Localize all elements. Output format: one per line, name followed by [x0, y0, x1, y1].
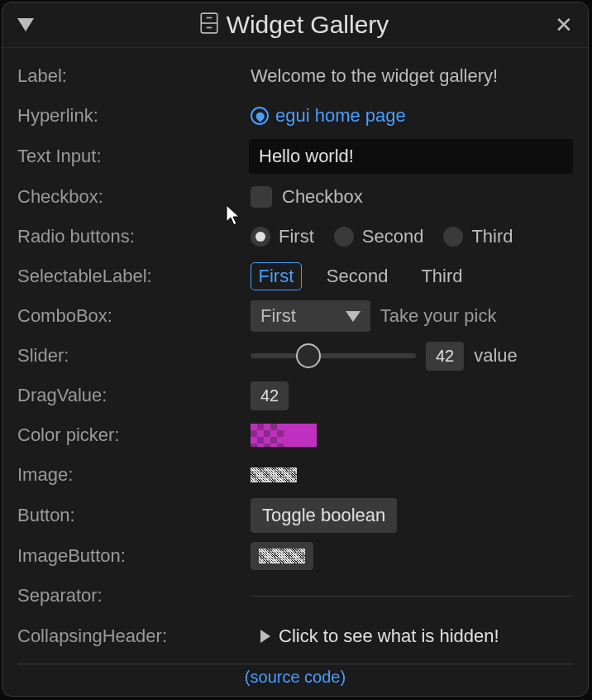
- footer-separator: [17, 664, 573, 664]
- radio-label: Second: [362, 226, 424, 247]
- window-title: Widget Gallery: [227, 11, 389, 39]
- row-collapsing: CollapsingHeader: Click to see what is h…: [17, 616, 573, 657]
- row-radio: Radio buttons: First Second Third: [17, 217, 573, 257]
- selectable-first[interactable]: First: [251, 262, 302, 290]
- checkbox-label: Checkbox: [282, 186, 363, 208]
- hyperlink-text: egui home page: [275, 105, 406, 127]
- combo-value: First: [260, 305, 296, 327]
- image-button-icon: [259, 549, 305, 563]
- combo-hint: Take your pick: [380, 305, 497, 327]
- row-image: Image:: [17, 455, 573, 495]
- image-preview: [251, 467, 297, 482]
- image-button-caption: ImageButton:: [17, 545, 251, 567]
- slider[interactable]: [251, 353, 416, 358]
- slider-thumb-icon[interactable]: [296, 343, 321, 368]
- radio-first[interactable]: First: [251, 226, 314, 247]
- checkbox[interactable]: Checkbox: [251, 186, 363, 208]
- hyperlink[interactable]: egui home page: [251, 105, 406, 127]
- collapsing-header[interactable]: Click to see what is hidden!: [251, 619, 573, 654]
- label-caption: Label:: [17, 65, 251, 87]
- label-value: Welcome to the widget gallery!: [251, 65, 498, 87]
- radio-dot-icon: [334, 227, 354, 247]
- radio-third[interactable]: Third: [443, 226, 513, 247]
- button-caption: Button:: [17, 505, 251, 526]
- collapse-triangle-icon[interactable]: [17, 18, 34, 31]
- image-button[interactable]: [251, 542, 313, 570]
- drag-caption: DragValue:: [17, 385, 251, 406]
- selectable-second[interactable]: Second: [318, 262, 397, 290]
- image-caption: Image:: [17, 464, 251, 486]
- widget-gallery-window: Widget Gallery ✕ Label: Welcome to the w…: [2, 2, 589, 697]
- row-hyperlink: Hyperlink: egui home page: [17, 96, 573, 136]
- toggle-button[interactable]: Toggle boolean: [251, 498, 397, 533]
- row-color: Color picker:: [17, 415, 573, 455]
- color-picker[interactable]: [251, 424, 317, 447]
- slider-value[interactable]: 42: [426, 342, 464, 371]
- triangle-right-icon: [260, 630, 270, 643]
- titlebar: Widget Gallery ✕: [2, 2, 588, 48]
- separator-caption: Separator:: [17, 585, 251, 607]
- selectable-caption: SelectableLabel:: [17, 266, 251, 287]
- row-slider: Slider: 42 value: [17, 336, 573, 376]
- row-image-button: ImageButton:: [17, 536, 573, 576]
- drag-value[interactable]: 42: [251, 381, 289, 410]
- content-area: Label: Welcome to the widget gallery! Hy…: [2, 48, 588, 697]
- row-drag: DragValue: 42: [17, 376, 573, 415]
- chevron-down-icon: [346, 311, 360, 322]
- row-checkbox: Checkbox: Checkbox: [17, 177, 573, 217]
- checkbox-box-icon: [251, 186, 272, 208]
- cabinet-icon: [200, 12, 218, 37]
- selectable-group: First Second Third: [251, 262, 471, 290]
- slider-label: value: [474, 345, 518, 367]
- radio-caption: Radio buttons:: [17, 226, 251, 247]
- row-button: Button: Toggle boolean: [17, 495, 573, 536]
- row-selectable: SelectableLabel: First Second Third: [17, 257, 573, 296]
- row-separator: Separator:: [17, 576, 573, 616]
- radio-label: First: [279, 226, 314, 247]
- combobox[interactable]: First: [251, 300, 370, 332]
- separator: [251, 596, 573, 597]
- radio-group: First Second Third: [251, 226, 513, 247]
- radio-second[interactable]: Second: [334, 226, 424, 247]
- radio-dot-icon: [443, 227, 463, 247]
- row-text-input: Text Input:: [17, 136, 573, 177]
- close-icon[interactable]: ✕: [555, 12, 573, 38]
- github-icon: [251, 107, 269, 125]
- checkbox-caption: Checkbox:: [17, 186, 251, 208]
- combo-caption: ComboBox:: [17, 305, 251, 327]
- title-wrap: Widget Gallery: [34, 11, 555, 39]
- source-code-link[interactable]: (source code): [17, 668, 573, 687]
- selectable-third[interactable]: Third: [413, 262, 470, 290]
- row-label: Label: Welcome to the widget gallery!: [17, 56, 573, 96]
- color-caption: Color picker:: [17, 424, 251, 446]
- text-input-caption: Text Input:: [17, 146, 249, 167]
- collapsing-caption: CollapsingHeader:: [17, 626, 251, 647]
- radio-dot-icon: [251, 227, 270, 247]
- text-input[interactable]: [249, 139, 573, 174]
- collapsing-label: Click to see what is hidden!: [279, 626, 499, 647]
- hyperlink-caption: Hyperlink:: [17, 105, 251, 127]
- slider-caption: Slider:: [17, 345, 251, 367]
- radio-label: Third: [471, 226, 513, 247]
- row-combo: ComboBox: First Take your pick: [17, 296, 573, 336]
